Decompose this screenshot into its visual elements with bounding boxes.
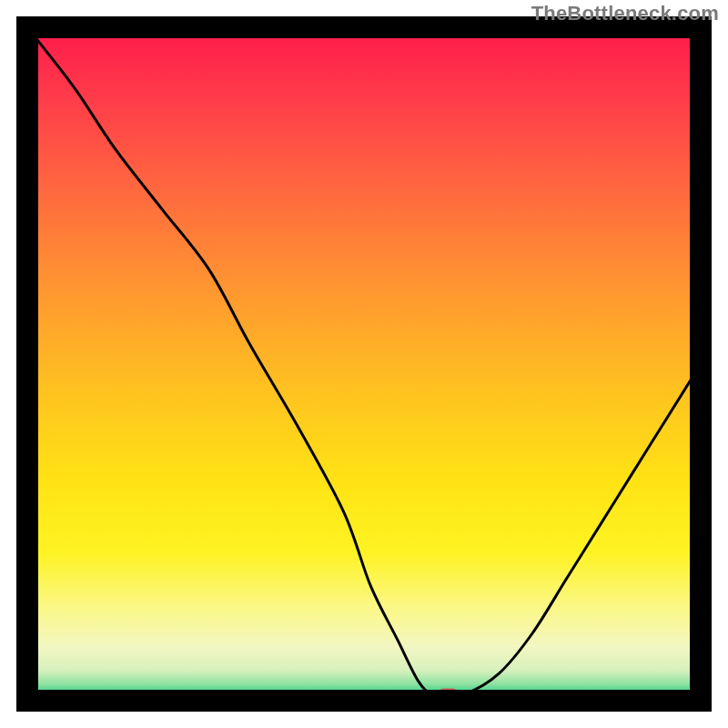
chart-canvas [0, 0, 728, 728]
bottleneck-chart: TheBottleneck.com [0, 0, 728, 728]
plot-background [27, 27, 701, 701]
watermark-text: TheBottleneck.com [531, 2, 719, 25]
